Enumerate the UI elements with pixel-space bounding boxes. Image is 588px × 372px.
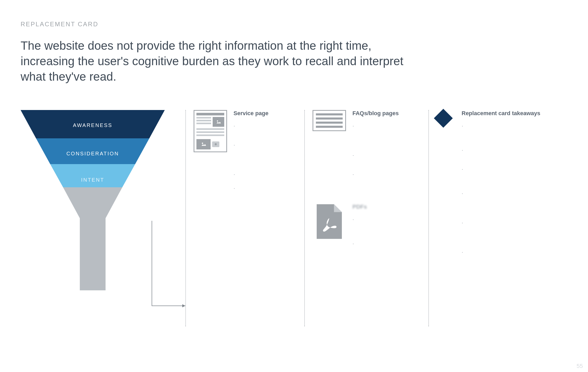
arrow-annotation [149,221,191,308]
takeaways-bullets [462,123,540,263]
wireframe-panel-icon [313,110,346,131]
pdf-heading: PDFs [352,204,367,210]
headline: The website does not provide the right i… [21,38,407,84]
column-service-page: Service page [186,110,304,326]
funnel-level-awareness: AWARENESS [21,122,165,128]
pdf-file-icon [315,204,343,240]
diamond-icon [434,109,453,128]
wireframe-page-icon [194,110,227,152]
svg-rect-4 [80,218,106,290]
svg-point-6 [202,143,203,144]
funnel-diagram: AWARENESS CONSIDERATION INTENT [21,110,185,326]
svg-marker-2 [50,164,135,187]
service-page-bullets [234,123,269,225]
svg-marker-3 [63,187,122,218]
faq-heading: FAQs/blog pages [352,110,399,117]
service-page-heading: Service page [234,110,269,117]
pdf-bullets [352,217,367,265]
column-takeaways: Replacement card takeaways [429,110,560,326]
column-faq: FAQs/blog pages [305,110,428,191]
eyebrow: REPLACEMENT CARD [21,21,567,28]
svg-point-5 [217,120,218,122]
page-number: 55 [577,363,583,369]
funnel-level-consideration: CONSIDERATION [21,151,165,157]
faq-bullets [352,123,399,191]
column-pdf: PDFs [305,204,428,265]
takeaways-heading: Replacement card takeaways [462,110,540,117]
funnel-level-intent: INTENT [21,177,165,183]
